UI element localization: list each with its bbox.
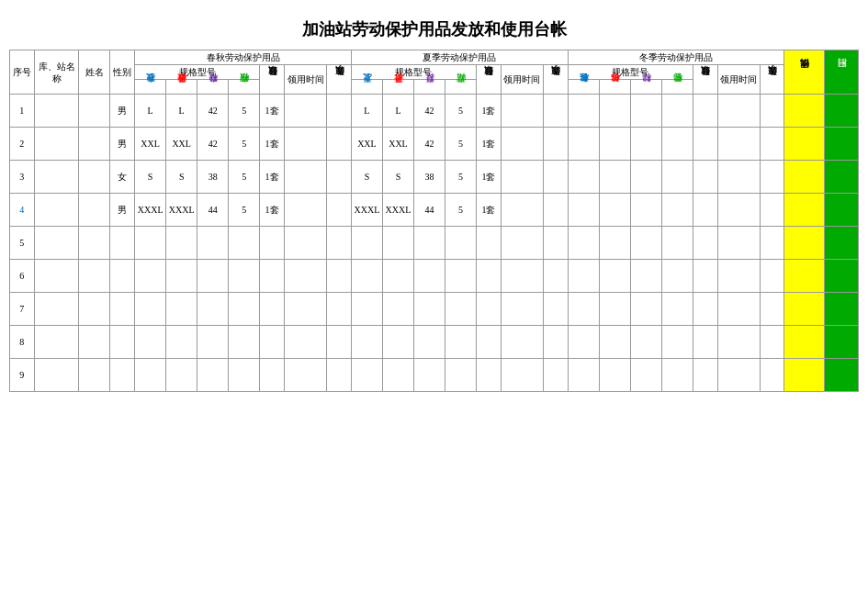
cell: 7 — [10, 293, 35, 326]
cell — [543, 95, 568, 128]
cell — [599, 260, 630, 293]
cell — [34, 359, 79, 392]
cell — [260, 359, 285, 392]
cell — [717, 95, 760, 128]
cell: XXL — [135, 128, 166, 161]
cell: 男 — [110, 128, 135, 161]
cell: 2 — [10, 128, 35, 161]
cell: 1套 — [260, 161, 285, 194]
cell: 4 — [10, 194, 35, 227]
cell — [693, 326, 717, 359]
cell — [630, 260, 661, 293]
cell — [79, 161, 110, 194]
cell: 5 — [229, 95, 260, 128]
header-winter-time: 领用时间 — [717, 65, 760, 95]
cell — [501, 260, 543, 293]
cell: XXXL — [135, 194, 166, 227]
cell — [327, 227, 352, 260]
cell — [543, 128, 568, 161]
cell — [760, 326, 784, 359]
cell — [79, 194, 110, 227]
cell: L — [382, 95, 413, 128]
table-wrap: 序号 库、站名称 姓名 性别 春秋劳动保护用品 夏季劳动保护用品 冬季劳动保护用… — [9, 50, 859, 392]
cell: 3 — [10, 161, 35, 194]
cell — [79, 128, 110, 161]
cell — [717, 326, 760, 359]
header-name: 姓名 — [79, 50, 110, 95]
table-row: 9 — [10, 359, 859, 392]
cell — [661, 293, 693, 326]
cell — [79, 326, 110, 359]
cell: 5 — [445, 194, 477, 227]
cell — [284, 359, 326, 392]
cell — [501, 194, 543, 227]
cell — [825, 359, 859, 392]
cell: XXL — [382, 128, 413, 161]
winter-spec-4: 棉手套 — [661, 80, 693, 95]
summer-spec-2: 夏裤子 — [382, 80, 413, 95]
cell: S — [135, 161, 166, 194]
cell: 1套 — [477, 128, 502, 161]
cell — [477, 293, 502, 326]
cell — [34, 95, 79, 128]
header-note: 利旧 — [825, 50, 859, 95]
cell — [284, 194, 326, 227]
cell — [568, 128, 599, 161]
cell — [717, 359, 760, 392]
cell: 1套 — [477, 161, 502, 194]
cell — [599, 194, 630, 227]
header-summer-spec: 规格型号 — [351, 65, 476, 80]
table-row: 4男XXXLXXXL4451套XXXLXXXL4451套 — [10, 194, 859, 227]
cell — [599, 128, 630, 161]
cell: 5 — [445, 128, 477, 161]
cell — [568, 194, 599, 227]
cell — [693, 260, 717, 293]
cell — [825, 194, 859, 227]
cell — [197, 326, 229, 359]
cell — [693, 95, 717, 128]
cell — [413, 260, 445, 293]
cell — [413, 359, 445, 392]
cell — [760, 128, 784, 161]
cell — [599, 293, 630, 326]
cell — [760, 260, 784, 293]
cell: S — [382, 161, 413, 194]
cell — [661, 161, 693, 194]
cell — [784, 95, 825, 128]
cell — [501, 359, 543, 392]
cell — [284, 326, 326, 359]
header-winter-qty: 领取数量 — [693, 65, 717, 95]
cell — [661, 95, 693, 128]
header-gender: 性别 — [110, 50, 135, 95]
cell — [784, 194, 825, 227]
summer-spec-3: 夏鞋 — [413, 80, 445, 95]
page: 加油站劳动保护用品发放和使用台帐 序号 库、站名称 姓名 性别 春秋劳动保护用品… — [0, 0, 868, 614]
cell — [34, 326, 79, 359]
cell — [661, 260, 693, 293]
cell — [543, 194, 568, 227]
cell — [717, 194, 760, 227]
cell: 5 — [229, 128, 260, 161]
cell — [327, 95, 352, 128]
cell: 9 — [10, 359, 35, 392]
cell: 1套 — [477, 194, 502, 227]
cell: 42 — [197, 95, 229, 128]
cell — [784, 326, 825, 359]
cell: 42 — [413, 95, 445, 128]
cell — [543, 260, 568, 293]
cell — [661, 326, 693, 359]
cell — [79, 227, 110, 260]
cell — [445, 227, 477, 260]
cell — [34, 194, 79, 227]
cell — [717, 293, 760, 326]
cell — [693, 128, 717, 161]
cell — [501, 326, 543, 359]
cell — [825, 260, 859, 293]
cell — [445, 260, 477, 293]
winter-spec-1: 冬装棉衣 — [568, 80, 599, 95]
cell — [693, 227, 717, 260]
cell — [327, 194, 352, 227]
cell — [568, 326, 599, 359]
header-summer-section: 夏季劳动保护用品 — [351, 50, 568, 65]
cell — [599, 161, 630, 194]
